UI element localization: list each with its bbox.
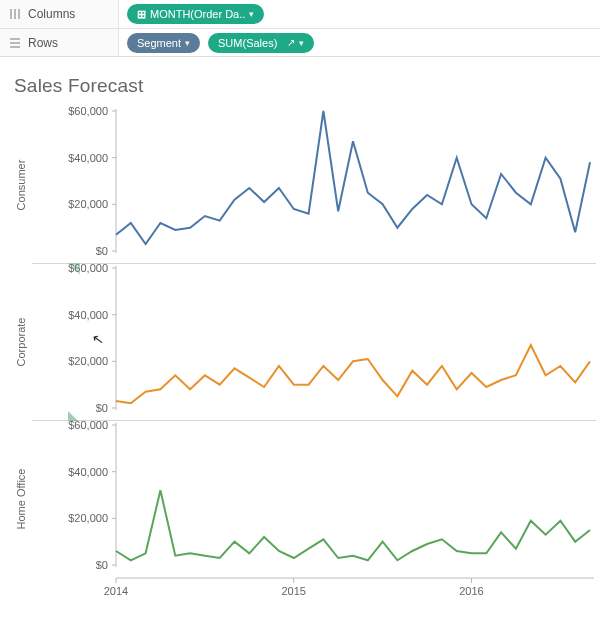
plot-area[interactable]: $0$20,000$40,000$60,000 xyxy=(32,421,596,577)
segment-label-text: Consumer xyxy=(15,160,27,211)
pill-label: MONTH(Order Da.. xyxy=(150,8,245,20)
chart-panel-home-office: Home Office$0$20,000$40,000$60,000 xyxy=(10,421,596,577)
plus-icon: ⊞ xyxy=(137,8,146,21)
y-tick-label: $40,000 xyxy=(68,152,108,164)
x-tick-label: 2014 xyxy=(104,585,128,597)
pill-segment[interactable]: Segment ▾ xyxy=(127,33,200,53)
chevron-down-icon: ▾ xyxy=(299,38,304,48)
columns-pill-area[interactable]: ⊞ MONTH(Order Da.. ▾ xyxy=(118,0,600,28)
y-tick-label: $60,000 xyxy=(68,421,108,431)
series-line[interactable] xyxy=(116,345,590,403)
segment-label: Home Office xyxy=(10,421,32,577)
x-tick-label: 2015 xyxy=(282,585,306,597)
chevron-down-icon: ▾ xyxy=(185,38,190,48)
pill-label: SUM(Sales) xyxy=(218,37,277,49)
rows-label-text: Rows xyxy=(28,36,58,50)
plot-area[interactable]: $0$20,000$40,000$60,000↖ xyxy=(32,264,596,420)
plot-area[interactable]: $0$20,000$40,000$60,000 xyxy=(32,107,596,263)
rows-pill-area[interactable]: Segment ▾ SUM(Sales) ↗ ▾ xyxy=(118,29,600,56)
charts-container: Consumer$0$20,000$40,000$60,000Corporate… xyxy=(10,107,596,577)
pill-label: Segment xyxy=(137,37,181,49)
segment-label: Consumer xyxy=(10,107,32,263)
segment-label-text: Home Office xyxy=(15,469,27,530)
series-line[interactable] xyxy=(116,111,590,244)
y-tick-label: $40,000 xyxy=(68,309,108,321)
chart-panel-consumer: Consumer$0$20,000$40,000$60,000 xyxy=(10,107,596,263)
rows-icon xyxy=(8,37,22,49)
columns-shelf[interactable]: Columns ⊞ MONTH(Order Da.. ▾ xyxy=(0,0,600,28)
pill-month-orderdate[interactable]: ⊞ MONTH(Order Da.. ▾ xyxy=(127,4,264,24)
pill-sum-sales[interactable]: SUM(Sales) ↗ ▾ xyxy=(208,33,314,53)
chart-panel-corporate: Corporate$0$20,000$40,000$60,000↖ xyxy=(10,264,596,420)
shelves-panel: Columns ⊞ MONTH(Order Da.. ▾ Rows Segmen… xyxy=(0,0,600,57)
selection-corner-icon xyxy=(68,263,80,275)
series-line[interactable] xyxy=(116,490,590,560)
y-tick-label: $0 xyxy=(96,245,108,255)
columns-label-text: Columns xyxy=(28,7,75,21)
columns-shelf-label: Columns xyxy=(0,7,118,21)
x-tick-label: 2016 xyxy=(459,585,483,597)
y-tick-label: $40,000 xyxy=(68,466,108,478)
y-tick-label: $20,000 xyxy=(68,512,108,524)
y-tick-label: $0 xyxy=(96,402,108,412)
rows-shelf-label: Rows xyxy=(0,36,118,50)
x-axis: 201420152016 xyxy=(32,577,596,603)
y-tick-label: $0 xyxy=(96,559,108,569)
segment-label-text: Corporate xyxy=(15,318,27,367)
forecast-icon: ↗ xyxy=(287,37,295,48)
chevron-down-icon: ▾ xyxy=(249,9,254,19)
chart-title: Sales Forecast xyxy=(14,75,596,97)
y-tick-label: $20,000 xyxy=(68,355,108,367)
segment-label: Corporate xyxy=(10,264,32,420)
y-tick-label: $60,000 xyxy=(68,107,108,117)
rows-shelf[interactable]: Rows Segment ▾ SUM(Sales) ↗ ▾ xyxy=(0,28,600,56)
columns-icon xyxy=(8,8,22,20)
visualization-area: Sales Forecast Consumer$0$20,000$40,000$… xyxy=(0,57,600,607)
y-tick-label: $20,000 xyxy=(68,198,108,210)
selection-corner-icon xyxy=(68,411,78,421)
